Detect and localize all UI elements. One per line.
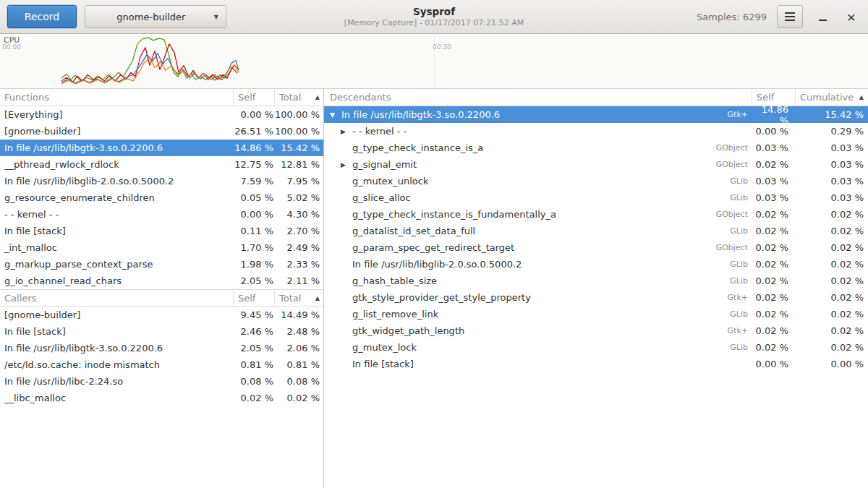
column-header-total-label: Total xyxy=(279,92,301,103)
table-row[interactable]: /etc/ld.so.cache: inode mismatch0.81 %0.… xyxy=(0,356,323,373)
table-row[interactable]: In file /usr/lib/libc-2.24.so0.08 %0.08 … xyxy=(0,373,323,390)
table-row[interactable]: In file [stack]0.00 %0.00 % xyxy=(324,356,868,372)
function-name: g_hash_table_size xyxy=(352,275,437,286)
self-percent: 1.70 % xyxy=(234,242,275,253)
table-row[interactable]: In file [stack]0.11 %2.70 % xyxy=(0,223,323,239)
close-button[interactable]: × xyxy=(842,7,861,26)
column-header-total[interactable]: Total ▲ xyxy=(275,89,323,106)
total-percent: 5.02 % xyxy=(275,192,323,203)
table-row[interactable]: g_type_check_instance_is_fundamentally_a… xyxy=(324,206,868,223)
table-row[interactable]: g_io_channel_read_chars2.05 %2.11 % xyxy=(0,273,323,289)
total-percent: 0.81 % xyxy=(275,359,323,370)
cumulative-percent: 0.02 % xyxy=(796,309,868,320)
function-name: - - kernel - - xyxy=(0,209,234,220)
cumulative-percent: 15.42 % xyxy=(796,109,868,120)
table-row[interactable]: ▼In file /usr/lib/libgtk-3.so.0.2200.6Gt… xyxy=(324,106,868,123)
total-percent: 2.48 % xyxy=(275,326,323,337)
functions-table-header: Functions Self Total ▲ xyxy=(0,89,323,106)
expander-icon[interactable]: ▼ xyxy=(330,111,341,119)
table-row[interactable]: g_list_remove_linkGLib0.02 %0.02 % xyxy=(324,306,868,322)
function-name-cell: gtk_widget_path_lengthGtk+ xyxy=(324,325,752,336)
table-row[interactable]: __libc_malloc0.02 %0.02 % xyxy=(0,390,323,406)
self-percent: 9.45 % xyxy=(234,309,275,320)
self-percent: 26.51 % xyxy=(234,126,275,137)
expander-icon[interactable]: ▶ xyxy=(341,128,352,135)
table-row[interactable]: In file /usr/lib/libgtk-3.so.0.2200.614.… xyxy=(0,140,323,156)
self-percent: 0.05 % xyxy=(234,192,275,203)
column-header-cumulative[interactable]: Cumulative ▲ xyxy=(796,89,868,106)
sort-indicator-icon: ▲ xyxy=(315,295,320,301)
expander-icon[interactable]: ▶ xyxy=(341,161,352,168)
function-name: In file /usr/lib/libgtk-3.so.0.2200.6 xyxy=(0,142,234,153)
self-percent: 0.03 % xyxy=(752,142,796,153)
self-percent: 7.59 % xyxy=(234,176,275,187)
function-name-cell: g_type_check_instance_is_fundamentally_a… xyxy=(324,209,752,220)
table-row[interactable]: __pthread_rwlock_rdlock12.75 %12.81 % xyxy=(0,156,323,173)
table-row[interactable]: [gnome-builder]9.45 %14.49 % xyxy=(0,307,323,323)
total-percent: 4.30 % xyxy=(275,209,323,220)
table-row[interactable]: g_slice_allocGLib0.03 %0.03 % xyxy=(324,189,868,206)
table-row[interactable]: g_hash_table_sizeGLib0.02 %0.02 % xyxy=(324,273,868,289)
table-row[interactable]: In file /usr/lib/libglib-2.0.so.0.5000.2… xyxy=(324,256,868,273)
function-name-cell: g_datalist_id_set_data_fullGLib xyxy=(324,226,752,236)
self-percent: 14.86 % xyxy=(752,104,796,126)
table-row[interactable]: _int_malloc1.70 %2.49 % xyxy=(0,239,323,256)
table-row[interactable]: ▶g_signal_emitGObject0.02 %0.03 % xyxy=(324,156,868,173)
table-row[interactable]: g_mutex_lockGLib0.02 %0.02 % xyxy=(324,339,868,356)
table-row[interactable]: [Everything]0.00 %100.00 % xyxy=(0,106,323,123)
total-percent: 2.11 % xyxy=(275,275,323,286)
table-row[interactable]: gtk_widget_path_lengthGtk+0.02 %0.02 % xyxy=(324,322,868,339)
self-percent: 0.02 % xyxy=(752,342,796,353)
indent-spacer xyxy=(330,181,341,181)
table-row[interactable]: In file /usr/lib/libgtk-3.so.0.2200.62.0… xyxy=(0,340,323,356)
table-row[interactable]: - - kernel - -0.00 %4.30 % xyxy=(0,206,323,223)
table-row[interactable]: g_markup_parse_context_parse1.98 %2.33 % xyxy=(0,256,323,273)
process-selector[interactable]: gnome-builder ▼ xyxy=(85,5,226,28)
hamburger-icon xyxy=(785,12,795,21)
column-header-callers[interactable]: Callers xyxy=(0,290,234,306)
table-row[interactable]: g_mutex_unlockGLib0.03 %0.03 % xyxy=(324,173,868,189)
function-name: [Everything] xyxy=(0,109,234,120)
indent-spacer xyxy=(330,131,341,132)
self-percent: 0.02 % xyxy=(752,159,796,170)
cumulative-percent: 0.00 % xyxy=(796,359,868,369)
table-row[interactable]: In file /usr/lib/libglib-2.0.so.0.5000.2… xyxy=(0,173,323,189)
window-title: Sysprof xyxy=(344,6,524,17)
function-name-cell: ▶g_signal_emitGObject xyxy=(324,159,752,170)
table-row[interactable]: In file [stack]2.46 %2.48 % xyxy=(0,323,323,340)
menu-button[interactable] xyxy=(777,5,803,28)
column-header-self[interactable]: Self xyxy=(234,89,275,106)
self-percent: 0.02 % xyxy=(234,393,275,403)
self-percent: 12.75 % xyxy=(234,159,275,170)
cumulative-percent: 0.02 % xyxy=(796,292,868,303)
function-name: In file /usr/lib/libgtk-3.so.0.2200.6 xyxy=(0,343,234,354)
title-block: Sysprof [Memory Capture] - 01/17/2017 07… xyxy=(344,6,524,27)
library-badge: GLib xyxy=(730,193,752,202)
table-row[interactable]: g_resource_enumerate_children0.05 %5.02 … xyxy=(0,189,323,206)
function-name: g_markup_parse_context_parse xyxy=(0,259,234,270)
table-row[interactable]: g_param_spec_get_redirect_targetGObject0… xyxy=(324,239,868,256)
column-header-functions[interactable]: Functions xyxy=(0,89,234,106)
table-row[interactable]: g_datalist_id_set_data_fullGLib0.02 %0.0… xyxy=(324,223,868,239)
column-header-total[interactable]: Total ▲ xyxy=(275,290,323,306)
function-name: __libc_malloc xyxy=(0,393,234,403)
column-header-descendants[interactable]: Descendants xyxy=(324,89,752,106)
table-row[interactable]: g_type_check_instance_is_aGObject0.03 %0… xyxy=(324,140,868,156)
total-percent: 0.02 % xyxy=(275,393,323,403)
table-row[interactable]: ▶- - kernel - -0.00 %0.29 % xyxy=(324,123,868,140)
cpu-usage-graph[interactable]: CPU 00:00 00:30 xyxy=(0,34,868,89)
total-percent: 100.00 % xyxy=(275,109,323,120)
indent-spacer xyxy=(330,297,341,298)
library-badge: GObject xyxy=(716,210,752,219)
table-row[interactable]: gtk_style_provider_get_style_propertyGtk… xyxy=(324,289,868,306)
column-header-self[interactable]: Self xyxy=(234,290,275,306)
minimize-button[interactable] xyxy=(813,7,832,26)
library-badge: Gtk+ xyxy=(728,293,752,302)
record-button[interactable]: Record xyxy=(7,5,77,28)
table-row[interactable]: [gnome-builder]26.51 %100.00 % xyxy=(0,123,323,140)
total-percent: 12.81 % xyxy=(275,159,323,170)
cumulative-percent: 0.03 % xyxy=(796,142,868,153)
function-name-cell: ▼In file /usr/lib/libgtk-3.so.0.2200.6Gt… xyxy=(324,109,752,120)
total-percent: 14.49 % xyxy=(275,309,323,320)
self-percent: 0.00 % xyxy=(752,126,796,137)
